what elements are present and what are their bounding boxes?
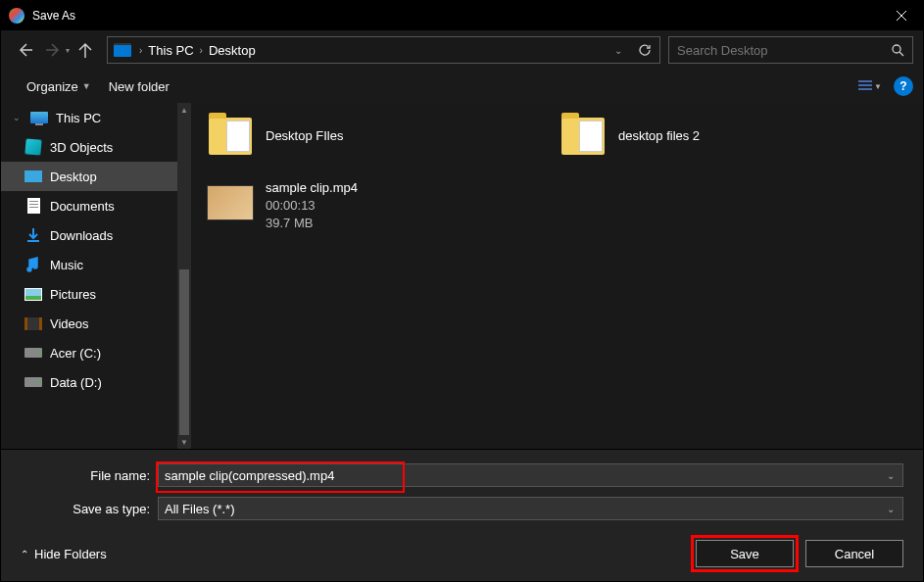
view-button[interactable]: ▼ [858,80,882,92]
search-input[interactable] [677,43,891,58]
hide-folders-label: Hide Folders [34,547,107,561]
item-size: 39.7 MB [266,215,358,232]
music-icon [24,257,42,272]
bottom-panel: File name: ⌄ Save as type: All Files (*.… [1,449,923,581]
documents-icon [27,198,40,214]
save-as-dialog: Save As ▾ › This PC › Desktop ⌄ [0,0,924,582]
video-thumbnail-icon [207,185,254,220]
list-item[interactable]: sample clip.mp4 00:00:13 39.7 MB [207,179,501,233]
chevron-down-icon: ▼ [874,82,882,91]
save-button[interactable]: Save [696,540,794,567]
downloads-icon [24,227,42,243]
body: ⌄ This PC 3D Objects Desktop Documents [1,103,923,449]
hide-folders-button[interactable]: ⌃ Hide Folders [21,547,107,561]
chevron-down-icon: ▼ [82,81,91,91]
type-value: All Files (*.*) [159,502,879,516]
videos-icon [24,317,42,330]
sidebar-item-music[interactable]: Music [1,250,177,279]
sidebar-item-pictures[interactable]: Pictures [1,279,177,309]
sidebar-item-label: Downloads [50,228,113,243]
drive-icon [24,348,42,358]
scroll-up-icon[interactable]: ▲ [177,103,191,117]
scroll-thumb[interactable] [179,269,189,435]
list-item[interactable]: desktop files 2 [559,113,853,160]
list-item[interactable]: Desktop FIles [207,113,501,160]
view-icon [858,80,872,92]
sidebar-item-label: Data (D:) [50,375,102,390]
type-label: Save as type: [21,502,158,516]
pc-icon [30,112,48,123]
sidebar-this-pc[interactable]: ⌄ This PC [1,103,177,132]
window-title: Save As [32,9,879,23]
navbar: ▾ › This PC › Desktop ⌄ [1,30,923,70]
close-button[interactable] [879,1,923,30]
sidebar-item-downloads[interactable]: Downloads [1,220,177,250]
sidebar-item-label: 3D Objects [50,140,113,155]
new-folder-button[interactable]: New folder [109,79,170,94]
sidebar-item-label: Videos [50,316,89,331]
sidebar-item-label: Documents [50,199,115,214]
scroll-down-icon[interactable]: ▼ [177,435,191,449]
item-duration: 00:00:13 [266,197,358,215]
sidebar-item-acer-c[interactable]: Acer (C:) [1,338,177,367]
sidebar-item-label: Music [50,258,83,272]
filename-label: File name: [21,468,158,483]
item-name: sample clip.mp4 [266,179,358,197]
search-icon[interactable] [891,43,904,57]
sidebar-item-data-d[interactable]: Data (D:) [1,367,177,397]
sidebar: ⌄ This PC 3D Objects Desktop Documents [1,103,191,449]
sidebar-item-label: Acer (C:) [50,346,101,361]
refresh-button[interactable] [630,43,659,57]
organize-button[interactable]: Organize ▼ [26,79,91,94]
folder-icon [561,118,605,155]
search-box[interactable] [668,36,913,64]
type-field[interactable]: All Files (*.*) ⌄ [158,497,903,520]
sidebar-item-label: Pictures [50,287,96,302]
address-dropdown-icon[interactable]: ⌄ [607,45,630,56]
pictures-icon [24,288,42,301]
chevron-up-icon: ⌃ [21,549,28,559]
folder-icon [209,118,252,155]
type-dropdown-icon[interactable]: ⌄ [879,504,902,514]
address-bar[interactable]: › This PC › Desktop ⌄ [107,36,660,64]
titlebar: Save As [1,1,923,30]
item-name: desktop files 2 [618,127,700,145]
sidebar-item-videos[interactable]: Videos [1,309,177,338]
file-list[interactable]: Desktop FIles desktop files 2 sample cli… [191,103,923,449]
expand-icon[interactable]: ⌄ [13,113,21,122]
help-button[interactable]: ? [894,76,913,96]
toolbar: Organize ▼ New folder ▼ ? [1,70,923,103]
filename-field[interactable]: ⌄ [158,463,903,487]
pc-icon [114,43,131,57]
chevron-right-icon[interactable]: › [137,45,144,56]
chrome-icon [9,8,24,24]
chevron-right-icon[interactable]: › [198,45,205,56]
filename-dropdown-icon[interactable]: ⌄ [879,470,902,481]
breadcrumb-desktop[interactable]: Desktop [205,43,260,58]
sidebar-item-label: Desktop [50,170,97,184]
sidebar-scrollbar[interactable]: ▲ ▼ [177,103,191,449]
drive-icon [24,377,42,387]
cancel-button[interactable]: Cancel [805,540,903,567]
item-name: Desktop FIles [266,127,343,145]
sidebar-item-3d-objects[interactable]: 3D Objects [1,132,177,162]
up-button[interactable] [72,36,99,64]
sidebar-item-desktop[interactable]: Desktop [1,162,177,191]
sidebar-item-label: This PC [56,111,101,125]
svg-point-0 [893,45,900,53]
desktop-icon [24,170,42,182]
filename-input[interactable] [159,464,879,486]
forward-button[interactable] [40,36,68,64]
back-button[interactable] [11,36,38,64]
breadcrumb-this-pc[interactable]: This PC [144,43,197,58]
3d-objects-icon [24,138,41,155]
organize-label: Organize [26,79,78,94]
sidebar-item-documents[interactable]: Documents [1,191,177,220]
